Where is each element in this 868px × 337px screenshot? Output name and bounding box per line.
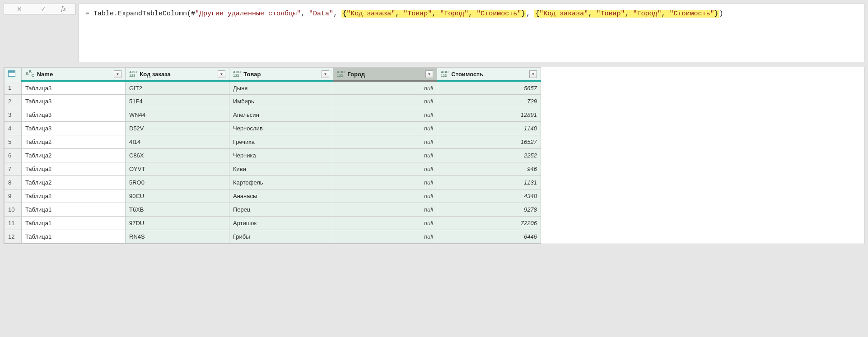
column-header-kod-zakaza[interactable]: ABC123 Код заказа ▼ — [126, 68, 229, 81]
cell-name[interactable]: Таблица1 — [22, 230, 126, 244]
accept-icon[interactable]: ✓ — [37, 4, 49, 14]
row-number[interactable]: 11 — [5, 217, 22, 230]
cell-name[interactable]: Таблица1 — [22, 217, 126, 230]
cell-kod-zakaza[interactable]: D52V — [126, 122, 229, 135]
table-row[interactable]: 10Таблица1T6XBПерецnull9278 — [5, 203, 541, 217]
table-row[interactable]: 4Таблица3D52VЧерносливnull1140 — [5, 122, 541, 135]
cell-gorod[interactable]: null — [333, 95, 437, 108]
cell-tovar[interactable]: Имбирь — [229, 95, 333, 108]
table-row[interactable]: 8Таблица25RO0Картофельnull1131 — [5, 176, 541, 189]
cell-stoimost[interactable]: 72206 — [437, 217, 541, 230]
cell-tovar[interactable]: Картофель — [229, 176, 333, 189]
cell-tovar[interactable]: Гречиха — [229, 135, 333, 149]
cell-stoimost[interactable]: 1131 — [437, 176, 541, 189]
cell-stoimost[interactable]: 946 — [437, 162, 541, 176]
table-row[interactable]: 12Таблица1RN4SГрибыnull6446 — [5, 230, 541, 244]
cell-stoimost[interactable]: 12891 — [437, 108, 541, 122]
row-number[interactable]: 6 — [5, 149, 22, 162]
cell-gorod[interactable]: null — [333, 81, 437, 95]
column-header-gorod[interactable]: ABC123 Город ▼ — [333, 68, 437, 81]
select-all-corner[interactable] — [5, 68, 22, 81]
filter-icon[interactable]: ▼ — [218, 70, 225, 78]
row-number[interactable]: 8 — [5, 176, 22, 189]
cell-kod-zakaza[interactable]: OYVT — [126, 162, 229, 176]
formula-input[interactable]: = Table.ExpandTableColumn(#"Другие удале… — [79, 4, 864, 62]
table-row[interactable]: 11Таблица197DUАртишокnull72206 — [5, 217, 541, 230]
cell-kod-zakaza[interactable]: C86X — [126, 149, 229, 162]
cell-gorod[interactable]: null — [333, 217, 437, 230]
cell-kod-zakaza[interactable]: 90CU — [126, 189, 229, 203]
cell-name[interactable]: Таблица2 — [22, 162, 126, 176]
cell-name[interactable]: Таблица2 — [22, 135, 126, 149]
table-row[interactable]: 7Таблица2OYVTКивиnull946 — [5, 162, 541, 176]
cell-stoimost[interactable]: 1140 — [437, 122, 541, 135]
cell-gorod[interactable]: null — [333, 108, 437, 122]
row-number[interactable]: 4 — [5, 122, 22, 135]
cell-kod-zakaza[interactable]: T6XB — [126, 203, 229, 217]
column-header-name[interactable]: ABC Name ▼ — [22, 68, 126, 81]
filter-icon[interactable]: ▼ — [529, 70, 537, 78]
row-number[interactable]: 2 — [5, 95, 22, 108]
filter-icon[interactable]: ▼ — [114, 70, 121, 78]
cell-kod-zakaza[interactable]: 97DU — [126, 217, 229, 230]
cell-tovar[interactable]: Апельсин — [229, 108, 333, 122]
filter-icon[interactable]: ▼ — [425, 70, 433, 78]
cell-gorod[interactable]: null — [333, 135, 437, 149]
cell-stoimost[interactable]: 4348 — [437, 189, 541, 203]
cell-gorod[interactable]: null — [333, 189, 437, 203]
filter-icon[interactable]: ▼ — [322, 70, 329, 78]
table-row[interactable]: 6Таблица2C86XЧерникаnull2252 — [5, 149, 541, 162]
cell-tovar[interactable]: Грибы — [229, 230, 333, 244]
cell-stoimost[interactable]: 2252 — [437, 149, 541, 162]
row-number[interactable]: 5 — [5, 135, 22, 149]
cell-name[interactable]: Таблица1 — [22, 203, 126, 217]
cell-name[interactable]: Таблица3 — [22, 108, 126, 122]
row-number[interactable]: 7 — [5, 162, 22, 176]
cell-gorod[interactable]: null — [333, 149, 437, 162]
fx-icon[interactable]: fx — [61, 5, 66, 13]
cell-name[interactable]: Таблица2 — [22, 149, 126, 162]
row-number[interactable]: 3 — [5, 108, 22, 122]
cell-stoimost[interactable]: 16527 — [437, 135, 541, 149]
table-row[interactable]: 1Таблица3GIT2Дыняnull5657 — [5, 81, 541, 95]
cell-name[interactable]: Таблица3 — [22, 122, 126, 135]
cell-name[interactable]: Таблица2 — [22, 176, 126, 189]
cell-gorod[interactable]: null — [333, 122, 437, 135]
row-number[interactable]: 1 — [5, 81, 22, 95]
table-row[interactable]: 5Таблица24I14Гречихаnull16527 — [5, 135, 541, 149]
cell-kod-zakaza[interactable]: 4I14 — [126, 135, 229, 149]
row-number[interactable]: 10 — [5, 203, 22, 217]
cell-name[interactable]: Таблица2 — [22, 189, 126, 203]
cell-tovar[interactable]: Перец — [229, 203, 333, 217]
cell-tovar[interactable]: Киви — [229, 162, 333, 176]
cell-tovar[interactable]: Артишок — [229, 217, 333, 230]
cell-name[interactable]: Таблица3 — [22, 81, 126, 95]
cell-tovar[interactable]: Дыня — [229, 81, 333, 95]
cell-stoimost[interactable]: 6446 — [437, 230, 541, 244]
cell-gorod[interactable]: null — [333, 203, 437, 217]
cell-tovar[interactable]: Чернослив — [229, 122, 333, 135]
cell-stoimost[interactable]: 9278 — [437, 203, 541, 217]
row-number[interactable]: 12 — [5, 230, 22, 244]
cell-tovar[interactable]: Черника — [229, 149, 333, 162]
column-header-tovar[interactable]: ABC123 Товар ▼ — [229, 68, 333, 81]
table-row[interactable]: 3Таблица3WN44Апельсинnull12891 — [5, 108, 541, 122]
cell-kod-zakaza[interactable]: 5RO0 — [126, 176, 229, 189]
table-row[interactable]: 9Таблица290CUАнанасыnull4348 — [5, 189, 541, 203]
cell-stoimost[interactable]: 5657 — [437, 81, 541, 95]
cell-kod-zakaza[interactable]: RN4S — [126, 230, 229, 244]
cell-gorod[interactable]: null — [333, 162, 437, 176]
formula-controls: ✕ ✓ fx — [4, 4, 76, 14]
cell-kod-zakaza[interactable]: WN44 — [126, 108, 229, 122]
cell-gorod[interactable]: null — [333, 230, 437, 244]
cell-stoimost[interactable]: 729 — [437, 95, 541, 108]
cell-tovar[interactable]: Ананасы — [229, 189, 333, 203]
table-row[interactable]: 2Таблица351F4Имбирьnull729 — [5, 95, 541, 108]
cell-gorod[interactable]: null — [333, 176, 437, 189]
cancel-icon[interactable]: ✕ — [14, 4, 25, 14]
cell-kod-zakaza[interactable]: GIT2 — [126, 81, 229, 95]
cell-name[interactable]: Таблица3 — [22, 95, 126, 108]
column-header-stoimost[interactable]: ABC123 Стоимость ▼ — [437, 68, 541, 81]
cell-kod-zakaza[interactable]: 51F4 — [126, 95, 229, 108]
row-number[interactable]: 9 — [5, 189, 22, 203]
